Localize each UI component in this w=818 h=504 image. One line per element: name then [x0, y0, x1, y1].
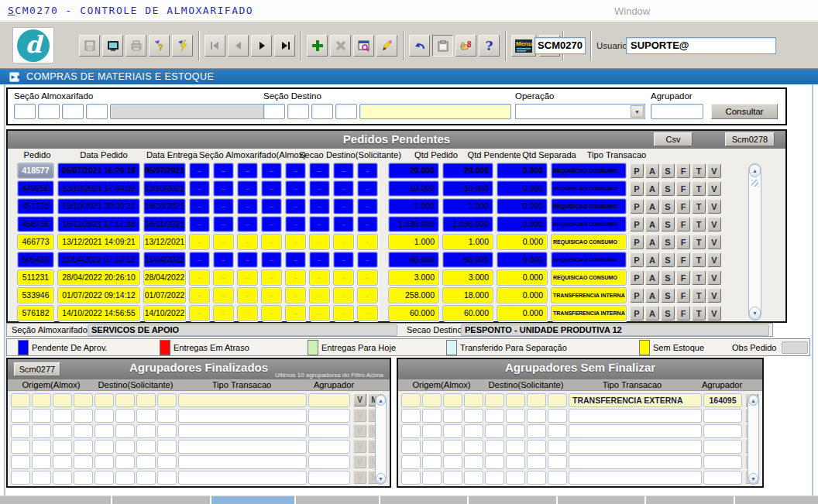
scroll-down-icon[interactable]: ▼ [376, 473, 386, 484]
secao-almox-cell[interactable] [261, 198, 282, 214]
row-button-v[interactable]: V [353, 440, 366, 453]
secao-destino-cell[interactable] [309, 163, 330, 179]
pedido-cell[interactable]: 466773 [17, 234, 54, 250]
origem-cell[interactable] [464, 455, 483, 469]
qtd-pedido-cell[interactable]: 3.000 [388, 269, 439, 286]
secao-destino-cell[interactable] [333, 305, 354, 321]
qtd-pendente-cell[interactable]: 18.000 [442, 287, 493, 303]
row-button-t[interactable]: T [692, 163, 706, 178]
tipo-transacao-cell[interactable] [569, 455, 702, 469]
row-button-t[interactable]: T [692, 235, 706, 249]
secao-almox-cell[interactable] [189, 216, 210, 232]
secao-destino-cell[interactable] [285, 163, 306, 179]
scroll-up-icon[interactable]: ▲ [376, 395, 386, 406]
bottom-tab[interactable] [296, 496, 379, 504]
agrupador-cell[interactable] [308, 455, 350, 469]
secao-destino-cell[interactable] [357, 269, 378, 286]
qtd-pedido-cell[interactable]: 258.000 [388, 287, 439, 303]
secao-almox-input-1[interactable] [14, 104, 36, 119]
agrupador-cell[interactable] [703, 424, 742, 438]
secao-destino-cell[interactable] [357, 287, 378, 303]
secao-almox-cell[interactable] [189, 269, 210, 286]
destino-cell[interactable] [157, 455, 177, 469]
row-button-p[interactable]: P [630, 199, 644, 214]
qtd-pedido-cell[interactable]: 20.000 [388, 163, 439, 179]
secao-destino-cell[interactable] [333, 252, 354, 268]
row-button-t[interactable]: T [692, 181, 706, 196]
scroll-down-icon[interactable]: ▼ [748, 473, 758, 484]
destino-cell[interactable] [115, 409, 135, 423]
data-entrega-cell[interactable]: 16/11/2021 [143, 216, 186, 232]
data-entrega-cell[interactable]: 28/04/2022 [143, 269, 186, 286]
paste-button[interactable] [432, 35, 453, 57]
row-button-v[interactable]: V [707, 163, 721, 178]
previous-record-button[interactable] [228, 35, 249, 57]
secao-destino-cell[interactable] [333, 269, 354, 286]
secao-destino-input-4[interactable] [335, 104, 357, 119]
agrupador-cell[interactable] [703, 455, 742, 469]
data-pedido-cell[interactable]: 01/07/2022 09:14:12 [57, 287, 140, 303]
agrupador-cell[interactable] [703, 471, 742, 485]
secao-almox-cell[interactable] [189, 198, 210, 214]
secao-almox-cell[interactable] [213, 163, 234, 179]
origem-cell[interactable] [464, 471, 483, 485]
scm0277-button[interactable]: Scm0277 [14, 362, 60, 376]
row-button-v[interactable]: V [353, 471, 366, 484]
origem-cell[interactable] [53, 440, 72, 454]
pedido-cell[interactable]: 576182 [17, 305, 54, 321]
data-pedido-cell[interactable]: 14/10/2022 14:56:55 [57, 305, 140, 321]
row-button-f[interactable]: F [676, 163, 690, 178]
row-button-p[interactable]: P [630, 306, 644, 321]
secao-destino-cell[interactable] [357, 180, 378, 197]
row-button-a[interactable]: A [645, 199, 659, 214]
origem-cell[interactable] [422, 440, 442, 454]
agrupador-cell[interactable] [703, 409, 742, 423]
row-button-v[interactable]: V [707, 217, 721, 231]
data-pedido-cell[interactable]: 13/12/2021 14:09:21 [57, 234, 140, 250]
tipo-transacao-cell[interactable]: REQUISICAO CONSUMO [551, 163, 627, 179]
destino-cell[interactable] [95, 455, 114, 469]
destino-cell[interactable] [136, 471, 156, 485]
origem-cell[interactable] [11, 471, 30, 485]
bottom-tab[interactable] [735, 496, 818, 504]
tipo-transacao-cell[interactable]: REQUISICAO CONSUMO [551, 234, 627, 250]
tipo-transacao-cell[interactable]: REQUISICAO CONSUMO [551, 269, 627, 286]
destino-cell[interactable] [157, 471, 177, 485]
destino-cell[interactable] [136, 393, 156, 407]
row-button-a[interactable]: A [645, 270, 659, 285]
row-button-t[interactable]: T [692, 252, 706, 267]
destino-cell[interactable] [115, 393, 135, 407]
tipo-transacao-cell[interactable]: REQUISICAO CONSUMO [551, 216, 627, 232]
origem-cell[interactable] [32, 440, 51, 454]
secao-destino-cell[interactable] [357, 216, 378, 232]
secao-destino-cell[interactable] [285, 269, 306, 286]
qtd-pedido-cell[interactable]: 60.000 [388, 252, 439, 268]
row-button-p[interactable]: P [630, 252, 644, 267]
destino-cell[interactable] [527, 440, 546, 454]
pedido-cell[interactable]: 449256 [17, 180, 54, 197]
origem-cell[interactable] [53, 393, 72, 407]
row-button-a[interactable]: A [645, 288, 659, 303]
secao-destino-cell[interactable] [309, 287, 330, 303]
row-button-f[interactable]: F [676, 217, 690, 231]
destino-cell[interactable] [115, 455, 135, 469]
row-button-t[interactable]: T [692, 270, 706, 285]
destino-cell[interactable] [485, 409, 504, 423]
secao-almox-cell[interactable] [237, 180, 258, 197]
origem-cell[interactable] [464, 440, 483, 454]
menu-button[interactable]: Menu [511, 35, 536, 57]
origem-cell[interactable] [32, 409, 51, 423]
usuario-field[interactable]: SUPORTE@ [626, 37, 776, 54]
secao-destino-desc-field[interactable] [359, 104, 511, 119]
data-pedido-cell[interactable]: 13/10/2021 17:04:02 [57, 180, 140, 197]
destino-cell[interactable] [548, 424, 567, 438]
destino-cell[interactable] [115, 471, 135, 485]
tipo-transacao-cell[interactable] [178, 424, 307, 438]
destino-cell[interactable] [548, 409, 567, 423]
origem-cell[interactable] [422, 393, 442, 407]
qtd-pendente-cell[interactable]: 60.000 [442, 252, 493, 268]
origem-cell[interactable] [443, 471, 462, 485]
origem-cell[interactable] [464, 393, 483, 407]
qtd-pendente-cell[interactable]: 20.000 [442, 163, 493, 179]
origem-cell[interactable] [401, 409, 421, 423]
